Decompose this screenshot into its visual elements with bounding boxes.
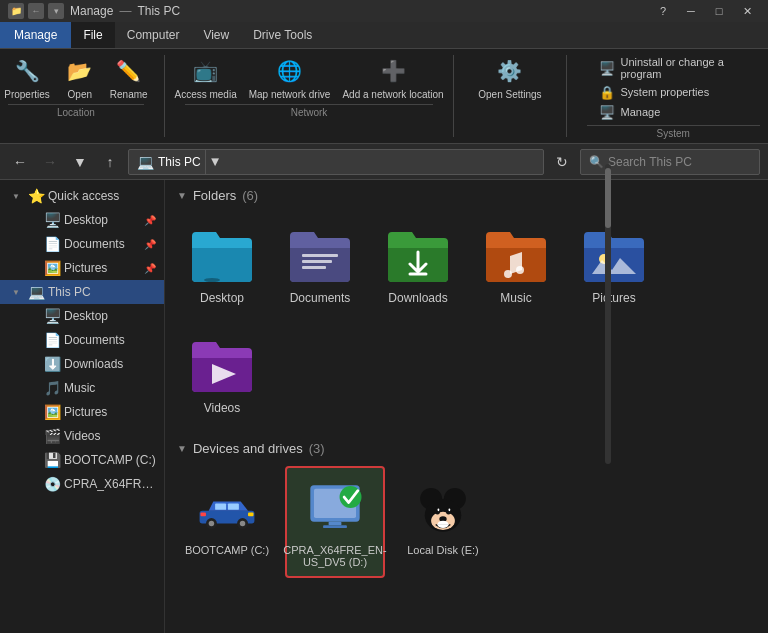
manage-icon: 🖥️	[599, 104, 615, 120]
properties-label: Properties	[4, 89, 50, 100]
window-controls[interactable]: ? ─ □ ✕	[650, 3, 760, 19]
access-media-button[interactable]: 📺 Access media	[170, 53, 240, 102]
pictures-qa-icon: 🖼️	[42, 258, 62, 278]
sidebar-item-this-pc[interactable]: ▼ 💻 This PC	[0, 280, 164, 304]
tab-computer[interactable]: Computer	[115, 22, 192, 48]
address-bar: ← → ▼ ↑ 💻 This PC ▼ ↻ 🔍 Search This PC	[0, 144, 768, 180]
folder-downloads[interactable]: Downloads	[373, 213, 463, 315]
folder-documents-icon	[288, 223, 352, 287]
svg-rect-21	[329, 522, 342, 526]
quick-access-label: Quick access	[48, 189, 156, 203]
folder-videos[interactable]: Videos	[177, 323, 267, 425]
system-group-label: System	[587, 125, 760, 139]
recent-locations-button[interactable]: ▼	[68, 150, 92, 174]
ribbon-tabs: Manage File Computer View Drive Tools	[0, 22, 768, 48]
tab-drive-tools[interactable]: Drive Tools	[241, 22, 324, 48]
videos-expand	[24, 428, 40, 444]
folder-desktop[interactable]: Desktop	[177, 213, 267, 315]
back-icon-small[interactable]: ←	[28, 3, 44, 19]
sidebar-item-documents[interactable]: 📄 Documents	[0, 328, 164, 352]
svg-rect-16	[248, 513, 253, 517]
rename-icon: ✏️	[113, 55, 145, 87]
svg-point-27	[435, 507, 440, 514]
sidebar-item-bootcamp[interactable]: 💾 BOOTCAMP (C:)	[0, 448, 164, 472]
system-properties-button[interactable]: 🔒 System properties	[595, 83, 752, 101]
help-button[interactable]: ?	[650, 3, 676, 19]
folder-videos-icon	[190, 333, 254, 397]
open-settings-icon: ⚙️	[494, 55, 526, 87]
videos-icon: 🎬	[42, 426, 62, 446]
rename-button[interactable]: ✏️ Rename	[106, 53, 152, 102]
open-settings-group: ⚙️ Open Settings	[474, 53, 545, 102]
desktop-qa-expand	[24, 212, 40, 228]
drive-local-e-label: Local Disk (E:)	[407, 544, 479, 556]
folders-chevron-icon: ▼	[177, 190, 187, 201]
refresh-button[interactable]: ↻	[550, 150, 574, 174]
sidebar: ▼ ⭐ Quick access 🖥️ Desktop 📌 📄 Document…	[0, 180, 165, 633]
sidebar-item-desktop-qa[interactable]: 🖥️ Desktop 📌	[0, 208, 164, 232]
tab-file[interactable]: File	[71, 22, 114, 48]
path-icon: 💻	[137, 154, 154, 170]
address-path[interactable]: 💻 This PC ▼	[128, 149, 544, 175]
window-title: This PC	[137, 4, 180, 18]
sidebar-item-music[interactable]: 🎵 Music	[0, 376, 164, 400]
videos-label: Videos	[64, 429, 156, 443]
sidebar-item-downloads[interactable]: ⬇️ Downloads	[0, 352, 164, 376]
folder-icon-small: 📁	[8, 3, 24, 19]
map-network-icon: 🌐	[274, 55, 306, 87]
drive-cpra[interactable]: CPRA_X64FRE_EN-US_DV5 (D:)	[285, 466, 385, 578]
tab-manage[interactable]: Manage	[0, 22, 71, 48]
quick-access-icons: 📁 ← ▾	[8, 3, 64, 19]
manage-button[interactable]: 🖥️ Manage	[595, 103, 752, 121]
svg-point-15	[240, 521, 245, 526]
maximize-button[interactable]: □	[706, 3, 732, 19]
back-button[interactable]: ←	[8, 150, 32, 174]
downloads-icon: ⬇️	[42, 354, 62, 374]
folder-music[interactable]: Music	[471, 213, 561, 315]
search-icon: 🔍	[589, 155, 604, 169]
system-properties-icon: 🔒	[599, 84, 615, 100]
folders-section-header[interactable]: ▼ Folders (6)	[177, 188, 756, 203]
search-placeholder: Search This PC	[608, 155, 692, 169]
folder-pictures[interactable]: Pictures	[569, 213, 659, 315]
sidebar-item-documents-qa[interactable]: 📄 Documents 📌	[0, 232, 164, 256]
sidebar-item-cpra[interactable]: 💿 CPRA_X64FRE_EN	[0, 472, 164, 496]
tab-view[interactable]: View	[191, 22, 241, 48]
sidebar-item-desktop[interactable]: 🖥️ Desktop	[0, 304, 164, 328]
uninstall-button[interactable]: 🖥️ Uninstall or change a program	[595, 55, 752, 81]
minimize-button[interactable]: ─	[678, 3, 704, 19]
desktop-expand	[24, 308, 40, 324]
folder-pictures-label: Pictures	[592, 291, 635, 305]
svg-rect-22	[323, 525, 347, 528]
drive-cpra-icon	[303, 476, 367, 540]
open-button[interactable]: 📂 Open	[58, 53, 102, 102]
desktop-label: Desktop	[64, 309, 156, 323]
folder-videos-label: Videos	[204, 401, 240, 415]
sidebar-item-pictures[interactable]: 🖼️ Pictures	[0, 400, 164, 424]
documents-qa-icon: 📄	[42, 234, 62, 254]
title-divider: —	[119, 4, 131, 18]
up-button[interactable]: ↑	[98, 150, 122, 174]
svg-rect-10	[215, 503, 226, 509]
sidebar-item-quick-access[interactable]: ▼ ⭐ Quick access	[0, 184, 164, 208]
address-dropdown-button[interactable]: ▼	[205, 149, 225, 175]
forward-button[interactable]: →	[38, 150, 62, 174]
map-network-drive-button[interactable]: 🌐 Map network drive	[245, 53, 335, 102]
svg-point-13	[209, 521, 214, 526]
properties-button[interactable]: 🔧 Properties	[0, 53, 54, 102]
drive-local-e[interactable]: Local Disk (E:)	[393, 466, 493, 578]
close-button[interactable]: ✕	[734, 3, 760, 19]
folder-documents[interactable]: Documents	[275, 213, 365, 315]
folders-grid: Desktop Documents	[177, 213, 756, 425]
drive-bootcamp[interactable]: BOOTCAMP (C:)	[177, 466, 277, 578]
devices-section-header[interactable]: ▼ Devices and drives (3)	[177, 441, 756, 456]
open-settings-button[interactable]: ⚙️ Open Settings	[474, 53, 545, 102]
more-icon-small[interactable]: ▾	[48, 3, 64, 19]
desktop-qa-label: Desktop	[64, 213, 142, 227]
sidebar-item-pictures-qa[interactable]: 🖼️ Pictures 📌	[0, 256, 164, 280]
desktop-icon: 🖥️	[42, 306, 62, 326]
svg-point-0	[204, 278, 220, 282]
folders-section-label: Folders	[193, 188, 236, 203]
sidebar-item-videos[interactable]: 🎬 Videos	[0, 424, 164, 448]
add-network-location-button[interactable]: ➕ Add a network location	[338, 53, 447, 102]
